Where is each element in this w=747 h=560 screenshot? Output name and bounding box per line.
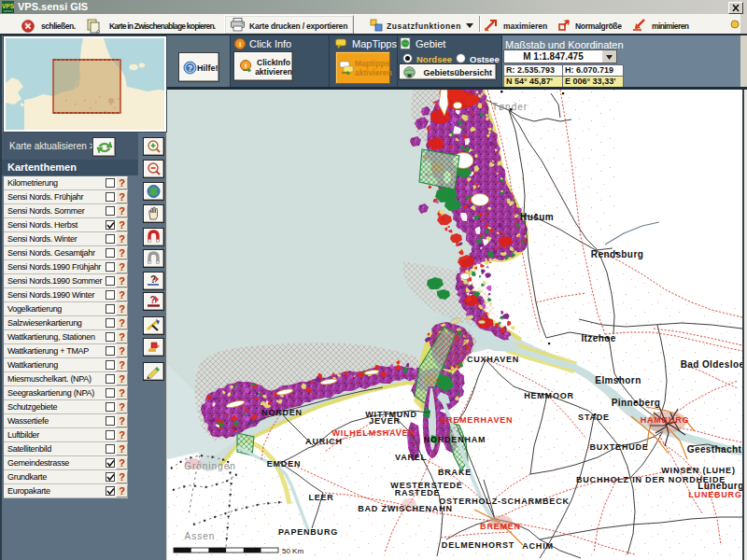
svg-text:WILHELMSHAVEN: WILHELMSHAVEN xyxy=(331,428,415,438)
svg-text:?: ? xyxy=(188,63,192,73)
svg-text:BREMEN: BREMEN xyxy=(480,522,521,531)
svg-text:BREMERHAVEN: BREMERHAVEN xyxy=(440,415,514,425)
svg-text:i: i xyxy=(239,40,241,49)
svg-text:VAREL: VAREL xyxy=(395,453,427,462)
svg-text:STADE: STADE xyxy=(578,413,610,422)
svg-text:sensi: sensi xyxy=(3,8,12,13)
svg-text:Pinneberg: Pinneberg xyxy=(612,398,661,408)
svg-text:?: ? xyxy=(150,295,156,305)
svg-text:Groningen: Groningen xyxy=(184,461,236,471)
svg-text:BUXTEHUDE: BUXTEHUDE xyxy=(589,442,648,452)
svg-text:WINSEN (LUHE): WINSEN (LUHE) xyxy=(661,466,735,475)
svg-text:HAMBURG: HAMBURG xyxy=(641,415,690,425)
svg-text:BRAKE: BRAKE xyxy=(438,468,472,477)
svg-text:Geesthacht: Geesthacht xyxy=(687,444,742,455)
svg-text:ACHIM: ACHIM xyxy=(522,541,554,551)
svg-text:i: i xyxy=(245,62,247,70)
svg-text:LUNEBURG: LUNEBURG xyxy=(688,490,741,499)
svg-text:NORDEN: NORDEN xyxy=(261,408,303,417)
svg-text:Rendsburg: Rendsburg xyxy=(591,249,643,259)
svg-text:Husum: Husum xyxy=(520,212,554,222)
svg-text:CUXHAVEN: CUXHAVEN xyxy=(467,355,519,364)
svg-text:HEMMOOR: HEMMOOR xyxy=(524,391,574,400)
svg-text:BAD ZWISCHENAHN: BAD ZWISCHENAHN xyxy=(358,504,453,513)
svg-text:EMDEN: EMDEN xyxy=(267,459,302,469)
svg-text:Elmshorn: Elmshorn xyxy=(595,375,641,385)
svg-text:Bad Oldesloe: Bad Oldesloe xyxy=(681,359,742,370)
svg-text:50 Km: 50 Km xyxy=(282,547,303,555)
svg-text:JEVER: JEVER xyxy=(369,416,401,426)
svg-text:Itzehoe: Itzehoe xyxy=(581,333,615,343)
svg-text:Tønder: Tønder xyxy=(492,102,528,112)
svg-text:NORDENHAM: NORDENHAM xyxy=(424,435,486,444)
svg-text:LEER: LEER xyxy=(308,493,333,502)
svg-text:RASTEDE: RASTEDE xyxy=(395,488,441,497)
svg-text:PAPENBURG: PAPENBURG xyxy=(278,527,338,537)
svg-text:AURICH: AURICH xyxy=(305,437,343,446)
svg-text:OSTERHOLZ-SCHARMBECK: OSTERHOLZ-SCHARMBECK xyxy=(439,497,570,506)
svg-text:DELMENHORST: DELMENHORST xyxy=(442,540,514,550)
svg-text:Assen: Assen xyxy=(185,531,216,541)
